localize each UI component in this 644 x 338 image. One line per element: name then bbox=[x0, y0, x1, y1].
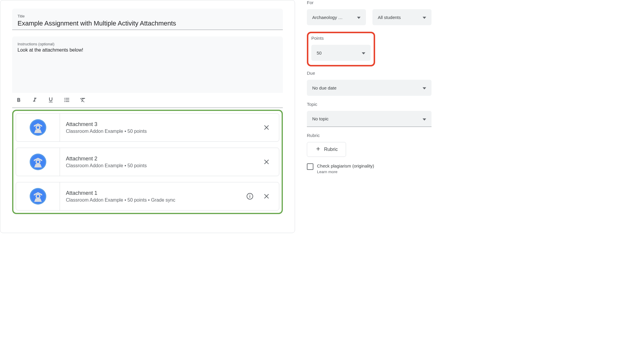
svg-point-3 bbox=[37, 126, 39, 129]
plus-icon bbox=[315, 146, 321, 153]
learn-more-link[interactable]: Learn more bbox=[317, 170, 374, 174]
plagiarism-label: Check plagiarism (originality) bbox=[317, 163, 374, 168]
for-section: For Archaeology … All students bbox=[307, 0, 432, 25]
rubric-label: Rubric bbox=[307, 133, 432, 138]
for-label: For bbox=[307, 0, 432, 5]
attachment-actions bbox=[262, 158, 279, 166]
topic-section: Topic No topic bbox=[307, 102, 432, 127]
remove-attachment-button[interactable] bbox=[262, 123, 271, 132]
attachment-actions bbox=[246, 192, 279, 200]
info-button[interactable] bbox=[246, 192, 254, 200]
attachment-icon-cell bbox=[16, 148, 60, 176]
attachment-icon-cell bbox=[16, 114, 60, 141]
topic-dropdown[interactable]: No topic bbox=[307, 111, 432, 127]
due-section: Due No due date bbox=[307, 71, 432, 96]
svg-point-7 bbox=[37, 161, 39, 163]
addon-icon bbox=[30, 188, 46, 205]
attachment-card[interactable]: Attachment 2 Classroom Addon Example • 5… bbox=[16, 148, 279, 176]
assignment-sidebar: For Archaeology … All students Points 50… bbox=[301, 0, 432, 234]
plagiarism-checkbox[interactable] bbox=[307, 163, 313, 170]
due-value: No due date bbox=[312, 85, 337, 90]
remove-attachment-button[interactable] bbox=[262, 192, 271, 200]
attachment-title: Attachment 2 bbox=[66, 156, 262, 162]
assignment-editor-card: Title Instructions (optional) Look at th… bbox=[0, 0, 295, 233]
instructions-field-container[interactable]: Instructions (optional) Look at the atta… bbox=[12, 36, 283, 93]
plagiarism-row: Check plagiarism (originality) Learn mor… bbox=[307, 163, 432, 174]
title-input[interactable] bbox=[18, 20, 277, 27]
attachment-card[interactable]: Attachment 1 Classroom Addon Example • 5… bbox=[16, 182, 279, 211]
remove-attachment-button[interactable] bbox=[262, 158, 271, 166]
attachment-title: Attachment 3 bbox=[66, 121, 262, 127]
addon-icon bbox=[30, 154, 46, 170]
attachment-text: Attachment 2 Classroom Addon Example • 5… bbox=[60, 156, 262, 168]
instructions-label: Instructions (optional) bbox=[18, 42, 277, 46]
attachment-text: Attachment 3 Classroom Addon Example • 5… bbox=[60, 121, 262, 134]
bulleted-list-button[interactable] bbox=[63, 96, 70, 103]
attachment-actions bbox=[262, 123, 279, 132]
chevron-down-icon bbox=[423, 117, 426, 121]
chevron-down-icon bbox=[362, 51, 365, 55]
class-dropdown[interactable]: Archaeology … bbox=[307, 9, 366, 25]
due-label: Due bbox=[307, 71, 432, 76]
attachment-title: Attachment 1 bbox=[66, 190, 246, 196]
instructions-text[interactable]: Look at the attachments below! bbox=[18, 47, 277, 53]
class-value: Archaeology … bbox=[312, 15, 343, 20]
add-rubric-button[interactable]: Rubric bbox=[307, 142, 346, 157]
addon-icon bbox=[30, 119, 46, 136]
chevron-down-icon bbox=[423, 86, 426, 90]
svg-point-11 bbox=[37, 195, 39, 197]
attachments-highlight-box: Attachment 3 Classroom Addon Example • 5… bbox=[12, 110, 283, 214]
svg-point-14 bbox=[250, 194, 250, 195]
topic-value: No topic bbox=[312, 116, 329, 121]
formatting-toolbar bbox=[12, 93, 283, 108]
attachment-subtitle: Classroom Addon Example • 50 points bbox=[66, 163, 262, 168]
attachment-card[interactable]: Attachment 3 Classroom Addon Example • 5… bbox=[16, 113, 279, 142]
rubric-section: Rubric Rubric bbox=[307, 133, 432, 157]
chevron-down-icon bbox=[423, 15, 426, 19]
students-value: All students bbox=[378, 15, 401, 20]
title-field-container: Title bbox=[12, 9, 283, 30]
chevron-down-icon bbox=[357, 15, 361, 19]
due-dropdown[interactable]: No due date bbox=[307, 80, 432, 96]
attachment-text: Attachment 1 Classroom Addon Example • 5… bbox=[60, 190, 246, 203]
points-dropdown[interactable]: 50 bbox=[311, 45, 371, 61]
bold-button[interactable] bbox=[15, 96, 22, 103]
points-value: 50 bbox=[317, 50, 322, 55]
attachment-icon-cell bbox=[16, 182, 60, 210]
underline-button[interactable] bbox=[47, 96, 54, 103]
italic-button[interactable] bbox=[31, 96, 38, 103]
rubric-button-label: Rubric bbox=[324, 147, 338, 152]
svg-rect-13 bbox=[250, 196, 250, 198]
title-label: Title bbox=[18, 14, 277, 18]
attachment-subtitle: Classroom Addon Example • 50 points • Gr… bbox=[66, 197, 246, 203]
clear-formatting-button[interactable] bbox=[79, 96, 86, 103]
points-highlight-box: Points 50 bbox=[307, 32, 375, 66]
topic-label: Topic bbox=[307, 102, 432, 107]
attachment-subtitle: Classroom Addon Example • 50 points bbox=[66, 129, 262, 134]
points-label: Points bbox=[311, 36, 371, 41]
students-dropdown[interactable]: All students bbox=[372, 9, 432, 25]
